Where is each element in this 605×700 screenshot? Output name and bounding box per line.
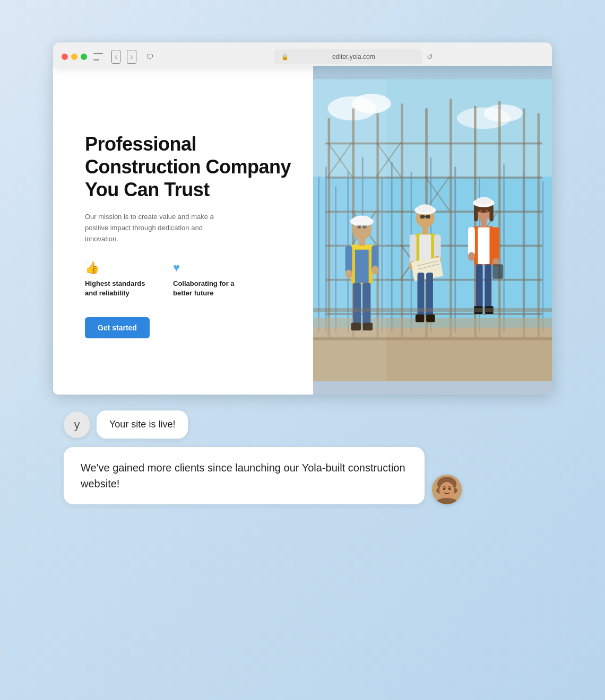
svg-rect-42 xyxy=(391,162,393,332)
bubble-right: We've gained more clients since launchin… xyxy=(64,447,425,504)
chat-bubble-left: y Your site is live! xyxy=(64,410,541,439)
website-right-panel xyxy=(313,66,552,395)
svg-rect-45 xyxy=(454,167,456,332)
website-left-panel: Professional Construction Company You Ca… xyxy=(53,66,313,395)
svg-rect-82 xyxy=(416,314,425,322)
svg-rect-99 xyxy=(485,264,491,310)
reload-icon[interactable]: ↺ xyxy=(427,52,433,61)
svg-rect-105 xyxy=(474,207,478,222)
features-row: 👍 Highest standards and reliability ♥ Co… xyxy=(85,261,292,298)
svg-point-119 xyxy=(448,488,451,490)
get-started-button[interactable]: Get started xyxy=(85,317,150,338)
thumbs-up-icon: 👍 xyxy=(85,261,154,275)
maximize-button[interactable] xyxy=(81,54,87,60)
user-avatar-image xyxy=(432,475,462,504)
svg-rect-87 xyxy=(426,215,430,218)
lock-icon: 🔒 xyxy=(281,54,289,60)
user-avatar xyxy=(432,475,462,504)
svg-point-108 xyxy=(485,209,488,212)
svg-rect-73 xyxy=(410,234,417,264)
chat-bubble-right: We've gained more clients since launchin… xyxy=(64,447,541,504)
shield-icon[interactable]: 🛡 xyxy=(143,49,158,64)
construction-image xyxy=(313,66,552,395)
svg-rect-94 xyxy=(492,227,499,261)
svg-rect-97 xyxy=(492,264,503,279)
svg-rect-106 xyxy=(489,207,493,222)
svg-rect-98 xyxy=(476,264,483,310)
svg-rect-11 xyxy=(401,103,403,337)
svg-point-5 xyxy=(483,104,522,122)
bubble-left: Your site is live! xyxy=(97,410,188,439)
svg-rect-47 xyxy=(503,164,505,332)
close-button[interactable] xyxy=(62,54,68,60)
construction-scene-svg xyxy=(313,66,552,395)
minimize-button[interactable] xyxy=(71,54,77,60)
svg-rect-83 xyxy=(426,314,435,322)
yola-avatar-letter: y xyxy=(74,418,80,432)
forward-button[interactable]: › xyxy=(127,50,136,64)
svg-rect-86 xyxy=(420,215,425,218)
traffic-lights xyxy=(62,54,87,60)
svg-point-107 xyxy=(479,209,482,212)
svg-rect-92 xyxy=(478,227,489,264)
svg-rect-112 xyxy=(313,308,552,312)
outer-wrapper: ‹ › 🛡 🔒 editor.yola.com ↺ Professional C… xyxy=(48,42,557,658)
feature-item-2: ♥ Collaborating for a better future xyxy=(173,261,242,298)
hero-description: Our mission is to create value and make … xyxy=(85,212,234,244)
feature-label-1: Highest standards and reliability xyxy=(85,279,154,298)
hero-title: Professional Construction Company You Ca… xyxy=(85,133,292,202)
svg-rect-113 xyxy=(313,337,552,340)
browser-content: Professional Construction Company You Ca… xyxy=(53,66,552,395)
svg-rect-111 xyxy=(313,79,386,381)
url-text: editor.yola.com xyxy=(292,53,415,60)
bubble-text-2: We've gained more clients since launchin… xyxy=(81,462,405,489)
svg-point-117 xyxy=(439,482,454,499)
sidebar-toggle-icon[interactable] xyxy=(93,53,103,60)
bubble-text-1: Your site is live! xyxy=(109,419,175,430)
chat-section: y Your site is live! We've gained more c… xyxy=(53,410,552,504)
feature-item-1: 👍 Highest standards and reliability xyxy=(85,261,154,298)
svg-rect-17 xyxy=(537,113,540,337)
svg-point-95 xyxy=(468,252,475,261)
svg-point-110 xyxy=(476,197,491,205)
svg-rect-13 xyxy=(450,99,452,337)
address-bar[interactable]: 🔒 editor.yola.com xyxy=(274,49,422,64)
browser-chrome: ‹ › 🛡 🔒 editor.yola.com ↺ xyxy=(53,42,552,66)
svg-point-90 xyxy=(418,204,433,212)
svg-point-118 xyxy=(443,488,446,490)
address-bar-wrapper: 🔒 editor.yola.com ↺ xyxy=(164,49,543,64)
heart-icon: ♥ xyxy=(173,261,242,275)
yola-avatar: y xyxy=(64,412,90,438)
back-button[interactable]: ‹ xyxy=(111,50,120,64)
svg-rect-15 xyxy=(498,101,501,337)
svg-rect-93 xyxy=(468,227,475,255)
feature-label-2: Collaborating for a better future xyxy=(173,279,242,298)
